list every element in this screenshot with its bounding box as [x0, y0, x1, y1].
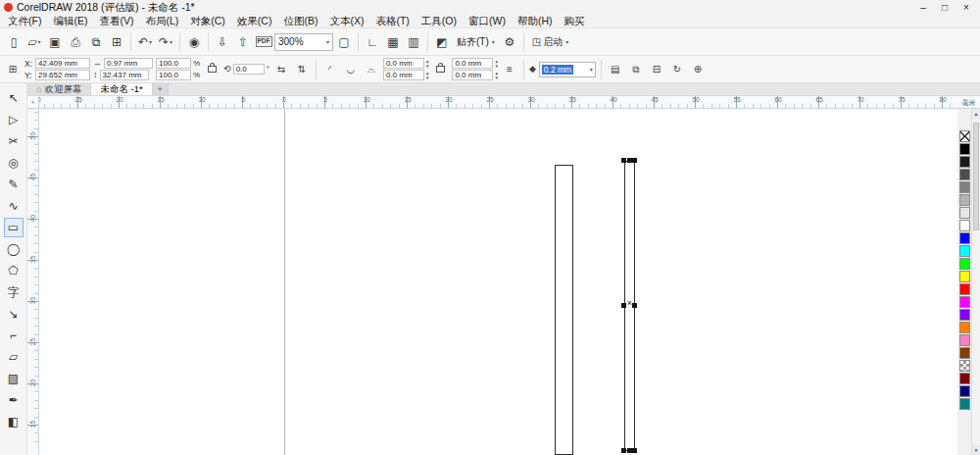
color-swatch-navy[interactable] — [959, 385, 970, 397]
maximize-button[interactable]: □ — [934, 0, 956, 15]
scroll-up-button[interactable]: ▲ — [972, 109, 980, 119]
drawing-canvas[interactable]: × — [39, 109, 957, 455]
toolbar-show-guidelines-button[interactable]: ▥ — [404, 31, 423, 53]
crop-tool[interactable]: ✂ — [4, 131, 24, 151]
object-width-input[interactable] — [104, 58, 153, 69]
tab-welcome-screen[interactable]: ⌂ 欢迎屏幕 — [27, 83, 91, 95]
color-swatch-red[interactable] — [959, 283, 970, 295]
toolbar-show-rulers-button[interactable]: ∟ — [363, 31, 382, 53]
color-swatch-30-black[interactable] — [959, 194, 970, 206]
toolbar-search-content-button[interactable]: ◉ — [184, 31, 204, 53]
menu-item-effects[interactable]: 效果(C) — [231, 15, 278, 28]
toolbar-publish-pdf-button[interactable]: PDF — [254, 31, 273, 53]
text-tool[interactable]: 字 — [4, 282, 24, 302]
color-swatch-no-color[interactable] — [959, 130, 970, 142]
toolbar-snap-state-button[interactable]: ◩ — [432, 31, 452, 53]
toolbar-export-button[interactable]: ⇧ — [233, 31, 253, 53]
corner-radius-tl-input[interactable] — [383, 58, 424, 69]
color-swatch-cyan[interactable] — [959, 245, 970, 257]
interactive-fill-tool[interactable]: ◧ — [4, 412, 24, 431]
to-back-button[interactable]: ⊟ — [648, 60, 665, 79]
new-tab-button[interactable]: + — [153, 83, 169, 95]
vertical-scrollbar[interactable]: ▲ ▼ — [971, 109, 980, 455]
ellipse-tool[interactable]: ◯ — [4, 239, 24, 259]
pick-tool[interactable]: ↖ — [4, 88, 24, 108]
color-swatch-green[interactable] — [959, 258, 970, 270]
zoom-tool[interactable]: ◎ — [4, 153, 24, 173]
lock-corners-button[interactable] — [431, 60, 449, 79]
scale-v-input[interactable] — [156, 70, 191, 80]
scroll-down-button[interactable]: ▼ — [972, 445, 980, 455]
toolbar-print-button[interactable]: ⎙ — [66, 31, 85, 53]
color-swatch-90-black[interactable] — [959, 156, 970, 168]
corner-radius-tr-input[interactable] — [452, 58, 493, 69]
toolbar-options-button[interactable]: ⚙ — [500, 31, 519, 53]
mirror-horizontal-button[interactable]: ⇆ — [272, 60, 290, 79]
menu-item-view[interactable]: 查看(V) — [93, 15, 139, 28]
outline-width-combo[interactable]: 0.2 mm ▾ — [539, 62, 596, 77]
menu-item-tools[interactable]: 工具(O) — [416, 15, 463, 28]
drop-shadow-tool[interactable]: ▱ — [4, 347, 24, 367]
vertical-ruler[interactable]: 5045403530252015 — [27, 109, 39, 455]
round-corner-button[interactable]: ◜ — [321, 60, 339, 79]
corner-radius-br-input[interactable] — [452, 70, 493, 80]
tab-document[interactable]: 未命名 -1* — [91, 83, 152, 95]
relative-corner-scaling-button[interactable]: ≡ — [501, 60, 518, 79]
toolbar-redo-button[interactable]: ↷▾ — [156, 31, 175, 53]
toolbar-paste-button[interactable]: ⊞ — [107, 31, 126, 53]
color-swatch-orange[interactable] — [959, 322, 970, 333]
color-swatch-dark-red[interactable] — [959, 373, 970, 384]
selection-handle-top-right[interactable] — [632, 158, 637, 163]
scrollbar-thumb[interactable] — [973, 123, 979, 230]
close-button[interactable]: × — [956, 0, 977, 15]
color-swatch-checker[interactable] — [959, 360, 970, 372]
more-options-button[interactable]: ⊕ — [689, 60, 707, 79]
menu-item-object[interactable]: 对象(C) — [184, 15, 231, 28]
minimize-button[interactable]: – — [912, 0, 934, 15]
y-position-input[interactable] — [35, 70, 90, 80]
selection-handle-top-left[interactable] — [621, 158, 626, 163]
connector-tool[interactable]: ⌐ — [4, 326, 24, 345]
color-swatch-magenta[interactable] — [959, 296, 970, 308]
menu-item-text[interactable]: 文本(X) — [323, 15, 369, 28]
color-swatch-50-black[interactable] — [959, 181, 970, 193]
x-position-input[interactable] — [35, 58, 90, 69]
color-swatch-brown[interactable] — [959, 347, 970, 359]
convert-to-curves-button[interactable]: ↻ — [668, 60, 686, 79]
toolbar-open-button[interactable]: ▱▾ — [24, 31, 44, 53]
color-swatch-blue[interactable] — [959, 232, 970, 244]
chamfered-corner-button[interactable]: ⌓ — [363, 60, 380, 79]
rectangle-object[interactable] — [555, 165, 573, 455]
menu-item-buy[interactable]: 购买 — [559, 15, 591, 28]
menu-item-bitmaps[interactable]: 位图(B) — [277, 15, 323, 28]
toolbar-copy-button[interactable]: ⧉ — [86, 31, 106, 53]
color-swatch-teal[interactable] — [959, 398, 970, 410]
selection-handle-bottom-left[interactable] — [621, 448, 626, 453]
ruler-origin-button[interactable]: + — [27, 96, 39, 109]
rectangle-tool[interactable]: ▭ — [4, 218, 24, 237]
color-swatch-10-black[interactable] — [959, 207, 970, 219]
color-swatch-pink[interactable] — [959, 334, 970, 346]
color-swatch-purple[interactable] — [959, 309, 970, 321]
toolbar-save-button[interactable]: ▣ — [45, 31, 65, 53]
color-swatch-70-black[interactable] — [959, 169, 970, 180]
menu-item-file[interactable]: 文件(F) — [2, 15, 47, 28]
toolbar-snap-to-button[interactable]: 贴齐(T)▾ — [453, 33, 499, 51]
corner-radius-tr-stepper[interactable]: ▴▾ — [495, 59, 498, 69]
color-swatch-yellow[interactable] — [959, 271, 970, 282]
freehand-tool[interactable]: ✎ — [4, 175, 24, 194]
toolbar-undo-button[interactable]: ↶▾ — [135, 31, 155, 53]
color-swatch-black[interactable] — [959, 143, 970, 155]
wrap-text-button[interactable]: ▤ — [607, 60, 624, 79]
lock-ratio-button[interactable] — [203, 60, 220, 79]
scale-h-input[interactable] — [156, 58, 191, 69]
toolbar-full-screen-preview-button[interactable]: ▢ — [334, 31, 354, 53]
menu-item-edit[interactable]: 编辑(E) — [47, 15, 93, 28]
toolbar-show-grid-button[interactable]: ▦ — [383, 31, 403, 53]
eyedropper-tool[interactable]: ✒ — [4, 390, 24, 410]
shape-tool[interactable]: ▷ — [4, 110, 24, 129]
scalloped-corner-button[interactable]: ◡ — [342, 60, 360, 79]
object-height-input[interactable] — [100, 70, 149, 80]
transparency-tool[interactable]: ▨ — [4, 369, 24, 388]
toolbar-import-button[interactable]: ⇩ — [213, 31, 232, 53]
